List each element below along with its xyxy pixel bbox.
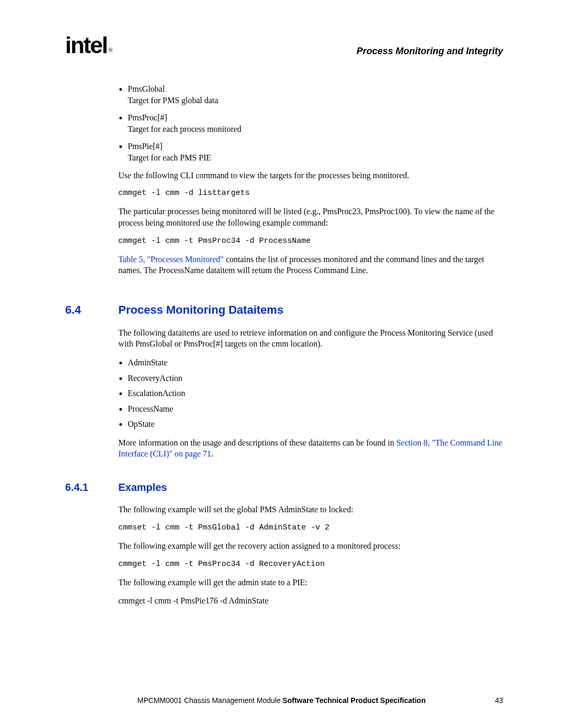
- paragraph: More information on the usage and descri…: [118, 437, 503, 460]
- page-content: PmsGlobal Target for PMS global data Pms…: [118, 83, 503, 607]
- target-list: PmsGlobal Target for PMS global data Pms…: [118, 83, 503, 164]
- item-desc: Target for each PMS PIE: [128, 152, 503, 164]
- paragraph: Table 5, "Processes Monitored" contains …: [118, 254, 503, 276]
- section-title: Process Monitoring Dataitems: [118, 302, 284, 318]
- item-desc: Target for PMS global data: [128, 95, 503, 106]
- item-desc: Target for each process monitored: [128, 124, 503, 135]
- list-item: RecoveryAction: [128, 373, 503, 384]
- dataitems-list: AdminState RecoveryAction EscalationActi…: [118, 357, 503, 430]
- logo-text: intel: [65, 32, 107, 58]
- paragraph: Use the following CLI command to view th…: [118, 170, 503, 181]
- list-item: OpState: [128, 418, 503, 430]
- list-item: PmsGlobal Target for PMS global data: [128, 83, 503, 106]
- registered-symbol: ®: [108, 46, 113, 54]
- paragraph: The particular processes being monitored…: [118, 206, 503, 228]
- footer-bold: Software Technical Product Specification: [283, 696, 425, 705]
- intel-logo: intel®: [65, 34, 112, 57]
- code-block: cmmget -l cmm -d listtargets: [118, 188, 503, 199]
- page-header: intel® Process Monitoring and Integrity: [65, 31, 503, 68]
- item-name: PmsPie[#]: [128, 141, 503, 152]
- document-page: intel® Process Monitoring and Integrity …: [0, 0, 563, 728]
- paragraph: The following example will get the admin…: [118, 577, 503, 588]
- text-run: More information on the usage and descri…: [118, 438, 396, 447]
- footer-prefix: MPCMM0001 Chassis Management Module: [138, 696, 283, 705]
- paragraph: The following example will get the recov…: [118, 540, 503, 552]
- list-item: ProcessName: [128, 403, 503, 415]
- paragraph: cmmget -l cmm -t PmsPie176 -d AdminState: [118, 595, 503, 607]
- paragraph: The following example will set the globa…: [118, 504, 503, 515]
- chapter-title: Process Monitoring and Integrity: [357, 46, 503, 57]
- list-item: EscalationAction: [128, 388, 503, 399]
- section-heading-6-4: 6.4 Process Monitoring Dataitems: [65, 302, 503, 318]
- page-footer: MPCMM0001 Chassis Management Module Soft…: [0, 696, 563, 705]
- item-name: PmsGlobal: [128, 83, 503, 95]
- cross-reference-link[interactable]: Table 5, "Processes Monitored": [118, 255, 224, 264]
- section-heading-6-4-1: 6.4.1 Examples: [65, 480, 503, 495]
- list-item: AdminState: [128, 357, 503, 368]
- page-number: 43: [495, 696, 503, 705]
- section-number: 6.4.1: [65, 480, 118, 495]
- text-run: .: [211, 449, 213, 458]
- code-block: cmmset -l cmm -t PmsGlobal -d AdminState…: [118, 523, 503, 533]
- paragraph: The following dataitems are used to retr…: [118, 327, 503, 350]
- list-item: PmsProc[#] Target for each process monit…: [128, 112, 503, 134]
- list-item: PmsPie[#] Target for each PMS PIE: [128, 141, 503, 163]
- code-block: cmmget -l cmm -t PmsProc34 -d RecoveryAc…: [118, 559, 503, 570]
- section-number: 6.4: [65, 302, 118, 318]
- code-block: cmmget -l cmm -t PmsProc34 -d ProcessNam…: [118, 236, 503, 246]
- footer-doc-title: MPCMM0001 Chassis Management Module Soft…: [138, 696, 426, 705]
- item-name: PmsProc[#]: [128, 112, 503, 124]
- section-title: Examples: [118, 480, 167, 495]
